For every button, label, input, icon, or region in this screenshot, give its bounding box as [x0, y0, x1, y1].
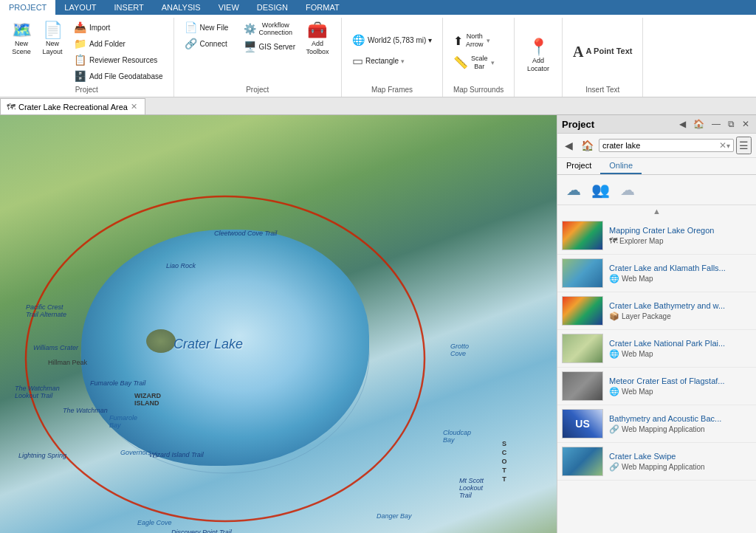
chevron-up-icon: ▲ — [653, 207, 661, 216]
add-toolbox-button[interactable]: 🧰 Add Toolbox — [300, 19, 335, 59]
map-label-fumarole-trail: Fumarole Bay Trail — [90, 379, 145, 387]
main-area: Crater Lake Cleetwood Cove Trail Pacific… — [0, 115, 756, 533]
result-item-4[interactable]: Meteor Crater East of Flagstaf... 🌐 Web … — [557, 368, 756, 405]
add-folder-button[interactable]: 📁 Add Folder — [69, 35, 168, 52]
tab-online[interactable]: Online — [600, 158, 642, 174]
panel-restore-button[interactable]: ⧉ — [726, 118, 737, 130]
map-label-williams: Williams Crater — [33, 344, 78, 351]
result-type-0: 🗺 Explorer Map — [609, 236, 752, 245]
ribbon-group-map-surrounds: ⬆ North Arrow ▾ 📏 Scale Bar ▾ Map Surrou… — [443, 18, 515, 97]
connect-button[interactable]: 🔗 Connect — [180, 35, 239, 52]
ribbon: PROJECT LAYOUT INSERT ANALYSIS VIEW DESI… — [0, 0, 756, 97]
result-title-2: Crater Lake Bathymetry and w... — [609, 301, 752, 310]
map-tab-title: Crater Lake Recreational Area — [18, 103, 128, 111]
result-item-5[interactable]: US Bathymetry and Acoustic Bac... 🔗 Web … — [557, 405, 756, 443]
tab-project[interactable]: PROJECT — [0, 0, 55, 15]
add-file-geodatabase-button[interactable]: 🗄️ Add File Geodatabase — [69, 68, 168, 84]
search-clear-button[interactable]: ✕ — [719, 140, 726, 151]
north-arrow-dropdown-icon: ▾ — [487, 37, 490, 44]
world2-button[interactable]: 🌐 World2 (5,783 mi) ▾ — [348, 32, 436, 48]
panel-cloud2-button[interactable]: ☁ — [617, 179, 638, 200]
search-dropdown-icon[interactable]: ▾ — [726, 142, 730, 150]
project-panel: Project ◀ 🏠 — ⧉ ✕ ◀ 🏠 ✕ ▾ ☰ Project Onli… — [557, 115, 756, 533]
map-tabbar: 🗺 Crater Lake Recreational Area ✕ — [0, 97, 756, 115]
import-button[interactable]: 📥 Import — [69, 19, 168, 35]
new-layout-button[interactable]: 📄 New Layout — [37, 19, 68, 59]
point-text-button[interactable]: A A Point Text — [568, 40, 636, 63]
north-arrow-button[interactable]: ⬆ North Arrow ▾ — [449, 30, 508, 51]
map-label-scott: SCOTT — [501, 440, 508, 484]
panel-close-button[interactable]: ✕ — [740, 118, 752, 130]
ribbon-group-map-frames: 🌐 World2 (5,783 mi) ▾ ▭ Rectangle ▾ Map … — [342, 18, 443, 97]
result-title-1: Crater Lake and Klamath Falls... — [609, 264, 752, 272]
panel-cloud-button[interactable]: ☁ — [563, 179, 584, 200]
result-thumb-5: US — [562, 409, 603, 439]
tab-view[interactable]: VIEW — [210, 0, 248, 15]
result-info-1: Crater Lake and Klamath Falls... 🌐 Web M… — [609, 264, 752, 283]
scale-bar-button[interactable]: 📏 Scale Bar ▾ — [449, 52, 508, 73]
result-item-2[interactable]: Crater Lake Bathymetry and w... 📦 Layer … — [557, 292, 756, 330]
import-icon: 📥 — [74, 21, 86, 33]
north-arrow-icon: ⬆ — [453, 34, 463, 48]
result-type-1: 🌐 Web Map — [609, 274, 752, 283]
panel-back-button[interactable]: ◀ — [677, 118, 688, 130]
map-background: Crater Lake Cleetwood Cove Trail Pacific… — [0, 115, 557, 533]
result-thumb-2 — [562, 296, 603, 326]
panel-minimize-button[interactable]: — — [709, 118, 723, 130]
panel-header: Project ◀ 🏠 — ⧉ ✕ — [557, 115, 756, 134]
result-type-2: 📦 Layer Package — [609, 312, 752, 321]
tab-analysis[interactable]: ANALYSIS — [153, 0, 210, 15]
result-item-1[interactable]: Crater Lake and Klamath Falls... 🌐 Web M… — [557, 255, 756, 292]
map-label-mt-scott: Mt ScottLookoutTrail — [459, 477, 484, 499]
scale-bar-icon: 📏 — [453, 55, 468, 69]
result-info-0: Mapping Crater Lake Oregon 🗺 Explorer Ma… — [609, 226, 752, 245]
map-label-grotto: GrottoCove — [450, 343, 469, 357]
map-label-governors: Governors — [120, 449, 151, 456]
panel-back-nav-button[interactable]: ◀ — [562, 138, 576, 153]
tab-format[interactable]: FORMAT — [297, 0, 348, 15]
result-type-icon-5: 🔗 — [609, 424, 619, 434]
tab-layout[interactable]: LAYOUT — [55, 0, 105, 15]
result-item-0[interactable]: Mapping Crater Lake Oregon 🗺 Explorer Ma… — [557, 217, 756, 255]
panel-home-nav-button[interactable]: 🏠 — [578, 138, 597, 153]
map-tab-crater-lake[interactable]: 🗺 Crater Lake Recreational Area ✕ — [0, 98, 145, 114]
reviewer-resources-button[interactable]: 📋 Reviewer Resources — [69, 52, 168, 68]
map-area[interactable]: Crater Lake Cleetwood Cove Trail Pacific… — [0, 115, 557, 533]
result-title-0: Mapping Crater Lake Oregon — [609, 226, 752, 235]
new-scene-button[interactable]: 🗺️ New Scene — [6, 19, 37, 59]
result-title-5: Bathymetry and Acoustic Bac... — [609, 414, 752, 423]
search-box: ✕ ▾ — [599, 139, 734, 152]
workflow-connection-button[interactable]: ⚙️ Workflow Connection — [239, 19, 300, 38]
collapse-divider[interactable]: ▲ — [557, 205, 756, 217]
search-input[interactable] — [602, 141, 719, 150]
map-label-pct: Pacific CrestTrail Alternate — [26, 303, 66, 318]
result-title-6: Crater Lake Swipe — [609, 452, 752, 461]
map-tab-close-button[interactable]: ✕ — [131, 102, 137, 111]
panel-home-button[interactable]: 🏠 — [691, 118, 707, 130]
gis-server-button[interactable]: 🖥️ GIS Server — [239, 38, 300, 55]
map-label-lightning: Lightning Spring — [18, 452, 66, 459]
result-thumb-1 — [562, 258, 603, 288]
rectangle-button[interactable]: ▭ Rectangle ▾ — [348, 51, 409, 71]
map-label-wizard-island: WIZARDISLAND — [134, 392, 161, 407]
panel-group-button[interactable]: 👥 — [588, 179, 613, 200]
result-title-3: Crater Lake National Park Plai... — [609, 339, 752, 348]
new-file-button[interactable]: 📄 New File — [180, 19, 239, 35]
add-file-geodatabase-icon: 🗄️ — [74, 70, 86, 82]
workflow-icon: ⚙️ — [244, 23, 256, 35]
result-item-6[interactable]: Crater Lake Swipe 🔗 Web Mapping Applicat… — [557, 443, 756, 481]
world2-icon: 🌐 — [352, 34, 365, 46]
map-label-eagle-cove: Eagle Cove — [137, 519, 172, 526]
panel-menu-button[interactable]: ☰ — [736, 137, 752, 154]
panel-tabs: Project Online — [557, 158, 756, 175]
result-item-3[interactable]: Crater Lake National Park Plai... 🌐 Web … — [557, 330, 756, 368]
result-type-icon-3: 🌐 — [609, 349, 619, 359]
map-tab-icon: 🗺 — [7, 102, 16, 112]
add-folder-icon: 📁 — [74, 38, 86, 49]
add-locator-button[interactable]: 📍 Add Locator — [520, 36, 556, 76]
tab-insert[interactable]: INSERT — [106, 0, 153, 15]
tab-project[interactable]: Project — [557, 158, 600, 174]
tab-design[interactable]: DESIGN — [248, 0, 297, 15]
panel-title: Project — [562, 119, 674, 130]
result-info-2: Crater Lake Bathymetry and w... 📦 Layer … — [609, 301, 752, 321]
